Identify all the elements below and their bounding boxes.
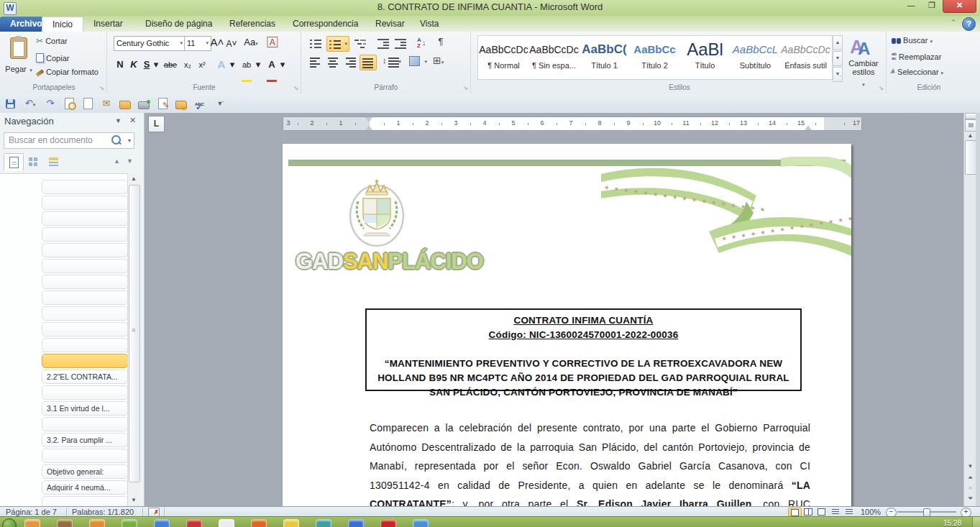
dialog-launcher-icon[interactable]: ⇘ — [463, 85, 468, 91]
page-indicator[interactable]: Página: 1 de 7 — [6, 507, 57, 517]
help-icon[interactable]: ? — [962, 17, 976, 31]
chevron-down-icon[interactable]: ▾ — [279, 58, 286, 72]
nav-heading-item[interactable]: Objetivo general: — [42, 464, 127, 479]
new-document-button[interactable] — [81, 96, 95, 111]
send-mail-button[interactable]: ✉ — [99, 96, 114, 111]
nav-heading-item[interactable] — [42, 275, 127, 289]
next-heading-icon[interactable]: ▼ — [127, 157, 133, 165]
nav-tab-results[interactable] — [44, 153, 63, 170]
nav-heading-item[interactable] — [42, 196, 127, 210]
text-effects-button[interactable]: A — [214, 58, 229, 72]
style-item[interactable]: AaBlTítulo — [680, 37, 730, 77]
view-fullscreen-reading-button[interactable] — [802, 508, 814, 516]
line-spacing-button[interactable]: ↕▾ — [381, 55, 401, 69]
style-item[interactable]: AaBbCcLSubtítulo — [731, 37, 780, 77]
minimize-button[interactable]: — — [901, 0, 921, 12]
nav-heading-item[interactable] — [42, 322, 127, 336]
word-count[interactable]: Palabras: 1/1.820 — [72, 507, 134, 517]
nav-heading-item[interactable]: 3.2. Para cumplir ... — [42, 433, 127, 447]
tab-vista[interactable]: Vista — [410, 17, 449, 32]
tab-revisar[interactable]: Revisar — [365, 17, 415, 32]
view-outline-button[interactable] — [829, 508, 841, 516]
gallery-down-icon[interactable]: ▼ — [833, 51, 843, 66]
document-scrollbar[interactable]: ▤ ▲ ▼ ⏶ ○ ⏷ — [963, 113, 976, 506]
dialog-launcher-icon[interactable]: ⇘ — [879, 85, 884, 91]
open-button[interactable] — [118, 96, 132, 111]
nav-heading-item[interactable] — [42, 338, 127, 352]
multilevel-list-button[interactable] — [352, 36, 368, 50]
previous-page-button[interactable]: ⏶ — [965, 474, 976, 482]
nav-heading-item[interactable] — [42, 180, 127, 194]
chevron-down-icon[interactable]: ▾ — [152, 58, 160, 72]
increase-indent-button[interactable] — [393, 36, 408, 50]
style-item[interactable]: AaBbCcDc¶ Normal — [479, 37, 528, 77]
scroll-thumb[interactable] — [965, 140, 976, 175]
document-page[interactable]: ★★★★★★★★★★★★★★★★★ ★★★★★★★★★★★★★★★★★★★★★★ — [283, 144, 851, 506]
taskbar-app-orange[interactable] — [24, 519, 40, 527]
nav-heading-item[interactable]: 2.2"EL CONTRATA... — [42, 370, 127, 384]
text-highlight-button[interactable]: ab — [239, 58, 255, 72]
redo-button[interactable]: ↷ — [43, 96, 58, 111]
select-button[interactable]: Seleccionar ▾ — [892, 68, 943, 81]
nav-heading-item[interactable] — [42, 211, 127, 226]
format-painter-button[interactable]: Copiar formato — [36, 68, 99, 83]
horizontal-ruler[interactable]: 32112345678910111213141517 — [283, 116, 862, 131]
copy-button[interactable]: Copiar — [36, 52, 69, 68]
contract-body-paragraph[interactable]: Comparecen a la celebración del presente… — [370, 418, 810, 506]
decrease-indent-button[interactable] — [375, 36, 391, 50]
edit-document-button[interactable]: ✎ — [155, 96, 170, 111]
nav-heading-item[interactable] — [42, 449, 127, 463]
navigation-scrollbar[interactable]: ▲ ▼ — [127, 173, 140, 506]
search-icon[interactable] — [111, 135, 121, 145]
chevron-down-icon[interactable]: ▼ — [115, 117, 122, 124]
tab-inicio[interactable]: Inicio — [42, 17, 83, 32]
right-indent-marker[interactable] — [805, 125, 812, 130]
hanging-indent-marker[interactable] — [365, 125, 372, 130]
taskbar-firefox[interactable] — [251, 519, 267, 527]
strikethrough-button[interactable]: abe — [161, 58, 180, 72]
style-item[interactable]: AaBbC(Título 1 — [580, 37, 629, 77]
next-page-button[interactable]: ⏷ — [965, 495, 976, 503]
change-case-button[interactable]: Aa▾ — [242, 35, 260, 50]
nav-heading-item[interactable] — [42, 259, 127, 273]
scroll-thumb[interactable] — [129, 185, 140, 482]
first-line-indent-marker[interactable] — [365, 117, 372, 122]
bullets-button[interactable] — [308, 36, 324, 50]
document-search-input[interactable]: Buscar en documento ▾ — [4, 132, 134, 149]
dialog-launcher-icon[interactable]: ⇘ — [293, 85, 298, 91]
taskbar-app-blue-frame[interactable] — [348, 519, 364, 527]
gallery-up-icon[interactable]: ▲ — [833, 35, 843, 50]
shrink-font-button[interactable]: A˅ — [225, 37, 238, 51]
view-web-layout-button[interactable] — [815, 508, 828, 516]
italic-button[interactable]: K — [128, 58, 139, 72]
tab-referencias[interactable]: Referencias — [219, 17, 285, 32]
change-styles-button[interactable]: AA Cambiar estilos▾ — [846, 35, 881, 89]
restore-button[interactable]: ❐ — [922, 0, 942, 12]
taskbar-youtube[interactable] — [380, 519, 396, 527]
scroll-up-icon[interactable]: ▲ — [129, 174, 139, 184]
cut-button[interactable]: ✂ Cortar — [36, 36, 68, 52]
sort-button[interactable]: AZ↓ — [414, 36, 430, 50]
tab-insertar[interactable]: Insertar — [83, 17, 133, 32]
nav-tab-headings[interactable] — [4, 153, 24, 171]
spelling-grammar-button[interactable]: ABC✓ — [193, 96, 207, 111]
style-item[interactable]: AaBbCcTítulo 2 — [630, 37, 679, 77]
nav-heading-item[interactable] — [42, 306, 127, 321]
clear-formatting-button[interactable]: 🄰 — [265, 35, 280, 50]
taskbar-app-brown[interactable] — [57, 519, 73, 527]
nav-heading-item[interactable] — [42, 290, 127, 305]
taskbar-app-white[interactable] — [219, 519, 234, 527]
chevron-down-icon[interactable]: ▾ — [128, 137, 131, 144]
align-right-button[interactable] — [342, 55, 358, 69]
find-button[interactable]: Buscar ▾ — [892, 36, 933, 50]
show-desktop-button[interactable] — [972, 517, 980, 527]
gallery-more-icon[interactable]: ▼̱ — [833, 67, 843, 82]
bold-button[interactable]: N — [114, 58, 127, 72]
font-family-select[interactable]: Century Gothic ▾ — [114, 36, 186, 51]
nav-heading-item[interactable] — [42, 354, 127, 368]
dialog-launcher-icon[interactable]: ⇘ — [99, 85, 104, 91]
nav-heading-item[interactable] — [42, 417, 127, 431]
grow-font-button[interactable]: A˄ — [210, 35, 224, 50]
replace-button[interactable]: abac Reemplazar — [892, 52, 941, 65]
taskbar-app-green[interactable] — [122, 519, 137, 527]
